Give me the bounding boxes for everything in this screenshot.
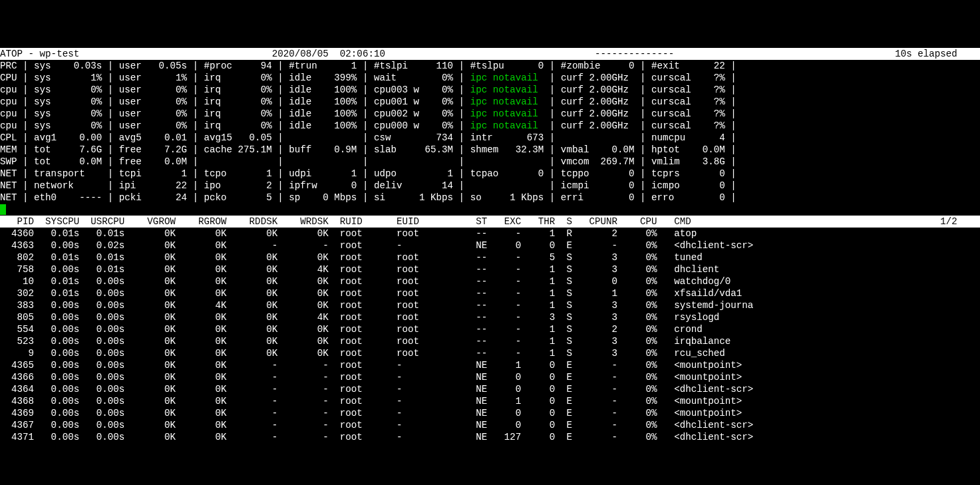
proc-row[interactable]: 4360 0.01s 0.01s 0K 0K 0K 0K root root -… xyxy=(0,228,980,240)
title-bar: ATOP - wp-test 2020/08/05 02:06:10 -----… xyxy=(0,48,980,60)
cursor-line xyxy=(0,204,980,216)
proc-row[interactable]: 383 0.00s 0.00s 0K 4K 0K 0K root root --… xyxy=(0,299,980,311)
sys-row: cpu | sys 0% | user 0% | irq 0% | idle 1… xyxy=(0,96,980,108)
sys-row: cpu | sys 0% | user 0% | irq 0% | idle 1… xyxy=(0,84,980,96)
proc-row[interactable]: 4369 0.00s 0.00s 0K 0K - - root - NE 0 0… xyxy=(0,407,980,419)
proc-row[interactable]: 4363 0.00s 0.02s 0K 0K - - root - NE 0 0… xyxy=(0,240,980,251)
sys-row: cpu | sys 0% | user 0% | irq 0% | idle 1… xyxy=(0,120,980,132)
proc-row[interactable]: 758 0.00s 0.01s 0K 0K 0K 4K root root --… xyxy=(0,263,980,275)
proc-row[interactable]: 10 0.01s 0.00s 0K 0K 0K 0K root root -- … xyxy=(0,275,980,287)
proc-row[interactable]: 554 0.00s 0.00s 0K 0K 0K 0K root root --… xyxy=(0,323,980,335)
sys-row: NET | network | ipi 22 | ipo 2 | ipfrw 0… xyxy=(0,180,980,192)
proc-row[interactable]: 4366 0.00s 0.00s 0K 0K - - root - NE 0 0… xyxy=(0,371,980,383)
proc-row[interactable]: 523 0.00s 0.00s 0K 0K 0K 0K root root --… xyxy=(0,335,980,347)
proc-header: PID SYSCPU USRCPU VGROW RGROW RDDSK WRDS… xyxy=(0,216,980,228)
terminal-screen[interactable]: ATOP - wp-test 2020/08/05 02:06:10 -----… xyxy=(0,48,980,443)
proc-row[interactable]: 4367 0.00s 0.00s 0K 0K - - root - NE 0 0… xyxy=(0,419,980,431)
sys-row: MEM | tot 7.6G | free 7.2G | cache 275.1… xyxy=(0,144,980,156)
proc-row[interactable]: 9 0.00s 0.00s 0K 0K 0K 0K root root -- -… xyxy=(0,347,980,359)
sys-row: NET | eth0 ---- | pcki 24 | pcko 5 | sp … xyxy=(0,192,980,204)
sys-row: NET | transport | tcpi 1 | tcpo 1 | udpi… xyxy=(0,168,980,180)
cursor-icon xyxy=(0,204,6,215)
proc-row[interactable]: 4371 0.00s 0.00s 0K 0K - - root - NE 127… xyxy=(0,431,980,443)
proc-row[interactable]: 4365 0.00s 0.00s 0K 0K - - root - NE 1 0… xyxy=(0,359,980,371)
sys-row: SWP | tot 0.0M | free 0.0M | | | | | vmc… xyxy=(0,156,980,168)
sys-row: CPL | avg1 0.00 | avg5 0.01 | avg15 0.05… xyxy=(0,132,980,144)
sys-row: CPU | sys 1% | user 1% | irq 0% | idle 3… xyxy=(0,72,980,84)
proc-row[interactable]: 805 0.00s 0.00s 0K 0K 0K 4K root root --… xyxy=(0,311,980,323)
sys-row: cpu | sys 0% | user 0% | irq 0% | idle 1… xyxy=(0,108,980,120)
proc-row[interactable]: 802 0.01s 0.01s 0K 0K 0K 0K root root --… xyxy=(0,251,980,263)
proc-row[interactable]: 4364 0.00s 0.00s 0K 0K - - root - NE 0 0… xyxy=(0,383,980,395)
proc-row[interactable]: 302 0.01s 0.00s 0K 0K 0K 0K root root --… xyxy=(0,287,980,299)
sys-row: PRC | sys 0.03s | user 0.05s | #proc 94 … xyxy=(0,60,980,72)
proc-row[interactable]: 4368 0.00s 0.00s 0K 0K - - root - NE 1 0… xyxy=(0,395,980,407)
